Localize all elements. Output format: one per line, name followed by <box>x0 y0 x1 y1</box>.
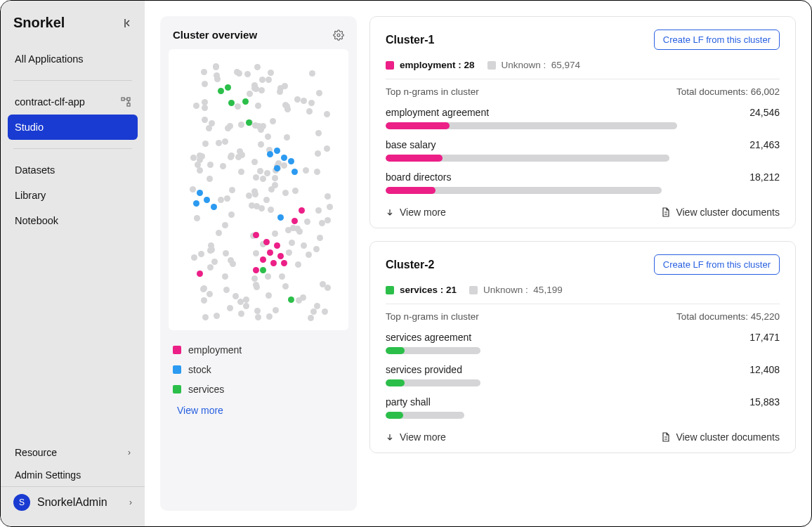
scatter-dot-pink <box>260 256 266 263</box>
ngram-bar <box>386 155 669 162</box>
scatter-dot <box>324 111 330 117</box>
swatch-green <box>386 286 394 294</box>
scatter-dot <box>251 159 258 165</box>
scatter-dot <box>266 313 273 320</box>
scatter-dot <box>266 77 272 83</box>
scatter-dot-pink <box>263 239 270 245</box>
scatter-dot <box>325 217 331 223</box>
scatter-dot <box>247 91 253 97</box>
sidebar-user-label: SnorkelAdmin <box>37 496 122 509</box>
scatter-dot <box>282 283 289 289</box>
scatter-dot <box>322 308 328 315</box>
view-more-button[interactable]: View more <box>386 431 446 443</box>
ngram-value: 15,883 <box>749 396 780 408</box>
ngram-bar-fill <box>386 347 405 354</box>
scatter-dot <box>257 168 263 174</box>
swatch-pink <box>173 346 181 354</box>
scatter-dot-blue <box>274 165 280 171</box>
ngram-bar <box>386 187 662 194</box>
scatter-dot <box>238 311 244 317</box>
scatter-plot[interactable] <box>169 49 348 330</box>
ngram-bar-fill <box>386 155 443 162</box>
ngram-label: base salary <box>386 139 436 150</box>
scatter-dot-pink <box>292 218 298 224</box>
svg-rect-0 <box>122 98 124 100</box>
unknown-tag-text: Unknown : 45,199 <box>483 285 563 295</box>
scatter-dot-blue <box>281 155 287 161</box>
scatter-dot <box>277 89 283 95</box>
svg-point-3 <box>337 34 340 37</box>
sidebar-user[interactable]: S SnorkelAdmin › <box>1 486 145 518</box>
scatter-dot <box>220 163 226 169</box>
brand-logo: Snorkel <box>13 15 65 31</box>
scatter-dot <box>191 254 197 261</box>
gear-icon[interactable] <box>333 30 344 41</box>
sidebar-item-library[interactable]: Library <box>8 183 138 208</box>
scatter-dot <box>222 222 228 228</box>
scatter-dot <box>292 188 299 194</box>
ngram-row: board directors 18,212 <box>386 171 780 194</box>
sidebar-item-datasets[interactable]: Datasets <box>8 157 138 183</box>
scatter-dot <box>253 282 259 288</box>
cluster-list: Cluster-1 Create LF from this cluster em… <box>369 16 796 511</box>
sidebar-item-app[interactable]: contract-clf-app <box>8 89 138 115</box>
scatter-dot <box>251 275 258 282</box>
app-graph-icon <box>121 97 131 107</box>
scatter-dot-pink <box>253 267 259 273</box>
scatter-dot-pink <box>197 271 203 277</box>
overview-view-more[interactable]: View more <box>173 399 344 422</box>
scatter-dot <box>255 103 261 109</box>
scatter-dot <box>306 252 312 258</box>
scatter-dot <box>216 140 222 146</box>
scatter-dot <box>272 230 278 237</box>
scatter-dot <box>238 122 244 128</box>
scatter-dot <box>258 87 265 93</box>
scatter-dot <box>272 182 278 188</box>
scatter-dot-green <box>260 267 266 273</box>
sidebar-item-notebook[interactable]: Notebook <box>8 208 138 233</box>
scatter-dot-pink <box>281 260 287 266</box>
scatter-dot <box>317 235 323 241</box>
document-icon <box>662 207 670 217</box>
create-lf-button[interactable]: Create LF from this cluster <box>654 30 780 50</box>
scatter-dot-green <box>225 84 231 91</box>
create-lf-button[interactable]: Create LF from this cluster <box>654 254 780 275</box>
scatter-dot <box>194 215 200 221</box>
view-documents-button[interactable]: View cluster documents <box>662 207 780 218</box>
document-icon <box>662 432 670 442</box>
scatter-dot <box>279 273 285 280</box>
swatch-pink <box>386 61 394 70</box>
sidebar-item-studio[interactable]: Studio <box>8 115 138 140</box>
scatter-dot-green <box>228 100 235 106</box>
scatter-dot-pink <box>299 207 305 214</box>
sidebar-item-all-applications[interactable]: All Applications <box>8 46 138 72</box>
scatter-dot <box>324 145 330 152</box>
scatter-dot <box>202 81 208 87</box>
scatter-dot <box>222 138 228 145</box>
scatter-dot <box>202 141 209 147</box>
scatter-dot <box>201 69 207 75</box>
total-docs-label: Total documents: 66,002 <box>676 86 780 97</box>
scatter-dot <box>237 148 243 155</box>
scatter-dot <box>265 134 271 140</box>
scatter-dot <box>308 100 315 106</box>
scatter-dot <box>260 176 266 182</box>
sidebar-resource-label: Resource <box>15 447 57 458</box>
scatter-dot <box>286 249 292 256</box>
view-documents-button[interactable]: View cluster documents <box>662 431 780 443</box>
svg-rect-1 <box>127 98 130 100</box>
sidebar-item-admin[interactable]: Admin Settings <box>8 464 138 486</box>
scatter-dot <box>246 193 252 199</box>
sidebar-item-resource[interactable]: Resource › <box>8 441 138 464</box>
scatter-dot <box>222 273 228 280</box>
scatter-dot <box>197 167 203 174</box>
view-more-button[interactable]: View more <box>386 207 446 218</box>
scatter-dot <box>229 187 235 193</box>
collapse-icon[interactable] <box>121 18 132 29</box>
ngram-value: 21,463 <box>749 139 780 150</box>
scatter-dot-blue <box>211 204 217 210</box>
scatter-dot-blue <box>267 151 273 157</box>
scatter-dot <box>235 154 242 160</box>
ngram-bar <box>386 122 677 129</box>
scatter-dot-blue <box>274 148 280 154</box>
